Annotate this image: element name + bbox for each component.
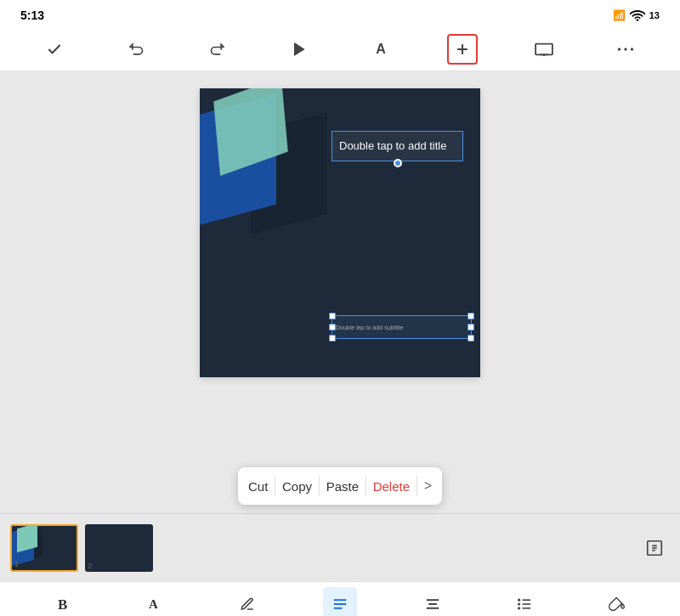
- context-menu: Cut Copy Paste Delete >: [238, 467, 442, 505]
- slide-1-bg: [12, 526, 76, 570]
- bold-button[interactable]: B: [46, 587, 80, 617]
- svg-point-6: [618, 48, 620, 50]
- title-handle[interactable]: [394, 159, 402, 167]
- slide-thumb-1[interactable]: 1: [10, 524, 78, 572]
- svg-point-24: [518, 598, 520, 601]
- align-center-button[interactable]: [416, 587, 450, 617]
- slides-panel: 1 2: [0, 513, 680, 581]
- svg-point-8: [631, 48, 633, 50]
- main-toolbar: A: [0, 27, 680, 71]
- font-button[interactable]: A: [139, 587, 173, 617]
- handle-ml[interactable]: [329, 324, 336, 331]
- add-button[interactable]: [447, 34, 478, 65]
- slide-thumb-2[interactable]: 2: [85, 524, 153, 572]
- slides-button[interactable]: [529, 34, 559, 65]
- redo-button[interactable]: [202, 34, 233, 65]
- battery-icon: 13: [649, 10, 660, 20]
- handle-tr[interactable]: [468, 313, 474, 319]
- copy-button[interactable]: Copy: [275, 467, 319, 505]
- svg-point-25: [518, 602, 520, 605]
- slide-1-number: 1: [14, 560, 19, 568]
- svg-marker-0: [295, 43, 304, 55]
- crop-button[interactable]: [639, 533, 670, 563]
- more-menu-button[interactable]: >: [417, 467, 439, 505]
- format-toolbar: B A: [0, 581, 680, 616]
- list-button[interactable]: [507, 587, 541, 617]
- status-bar: 5:13 📶 13: [0, 0, 680, 27]
- svg-point-7: [624, 48, 626, 50]
- subtitle-textbox[interactable]: Double tap to add subtitle: [332, 315, 472, 339]
- status-icons: 📶 13: [613, 9, 660, 21]
- pen-button[interactable]: [230, 587, 264, 617]
- svg-text:A: A: [149, 597, 158, 611]
- text-icon: A: [376, 42, 386, 57]
- svg-text:B: B: [58, 596, 67, 612]
- fill-button[interactable]: [600, 587, 634, 617]
- play-button[interactable]: [284, 34, 314, 65]
- wifi-icon: [630, 9, 645, 21]
- status-time: 5:13: [20, 8, 44, 22]
- svg-point-26: [518, 607, 520, 609]
- canvas-area: Double tap to add title Double tap to ad…: [0, 71, 680, 513]
- title-text: Double tap to add title: [339, 138, 456, 154]
- slide-2-number: 2: [88, 562, 92, 570]
- align-left-button[interactable]: [323, 587, 357, 617]
- handle-tl[interactable]: [329, 313, 336, 319]
- slide-canvas[interactable]: Double tap to add title Double tap to ad…: [200, 88, 480, 377]
- cut-button[interactable]: Cut: [241, 467, 275, 505]
- handle-mr[interactable]: [468, 324, 474, 331]
- delete-button[interactable]: Delete: [366, 467, 416, 505]
- signal-icon: 📶: [613, 9, 626, 21]
- svg-rect-3: [536, 43, 552, 54]
- text-button[interactable]: A: [366, 34, 396, 65]
- undo-button[interactable]: [121, 34, 151, 65]
- slide-2-bg: [85, 524, 153, 572]
- title-textbox[interactable]: Double tap to add title: [332, 131, 463, 161]
- paste-button[interactable]: Paste: [320, 467, 366, 505]
- handle-br[interactable]: [468, 335, 474, 342]
- slide-background: Double tap to add title Double tap to ad…: [200, 88, 480, 377]
- more-button[interactable]: [610, 34, 641, 65]
- subtitle-text: Double tap to add subtitle: [336, 325, 403, 331]
- handle-bl[interactable]: [329, 335, 336, 342]
- check-button[interactable]: [39, 34, 70, 65]
